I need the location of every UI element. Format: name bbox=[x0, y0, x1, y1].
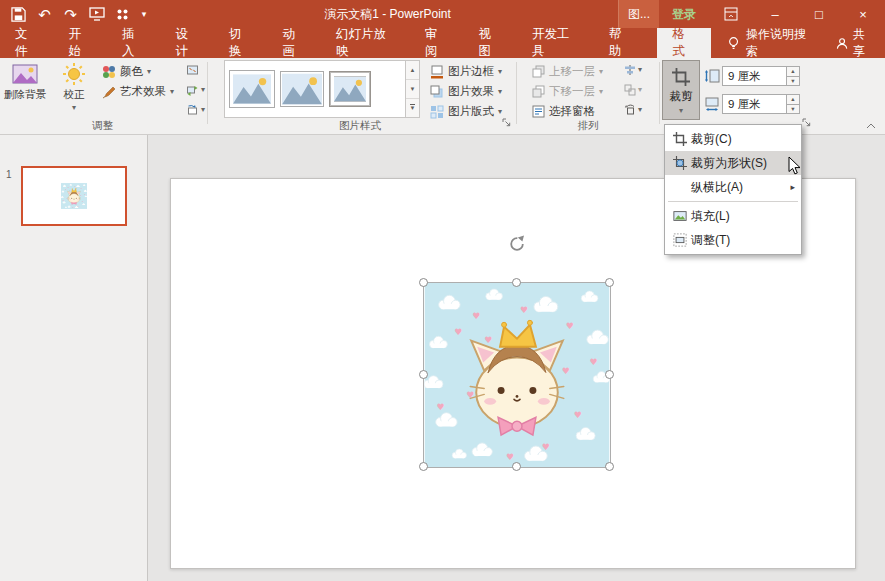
height-icon bbox=[704, 68, 720, 87]
tab-animations[interactable]: 动画 bbox=[268, 28, 322, 58]
gallery-more-button[interactable]: ▼ bbox=[406, 99, 419, 117]
picture-style-thumbnail-3[interactable] bbox=[329, 71, 371, 107]
reset-picture-icon bbox=[186, 104, 199, 116]
resize-handle-bottom-left[interactable] bbox=[419, 462, 428, 471]
menu-item-crop-to-shape[interactable]: 裁剪为形状(S) ▸ bbox=[665, 151, 801, 175]
resize-handle-bottom-right[interactable] bbox=[605, 462, 614, 471]
group-objects-button[interactable]: ▾ bbox=[624, 84, 642, 96]
corrections-button[interactable]: 校正 ▾ bbox=[52, 58, 96, 118]
mouse-cursor bbox=[788, 156, 801, 179]
tab-design[interactable]: 设计 bbox=[161, 28, 215, 58]
remove-background-button[interactable]: 删除背景 bbox=[2, 58, 48, 118]
customize-quick-access-button[interactable]: ▾ bbox=[136, 2, 152, 26]
change-picture-button[interactable]: ▾ bbox=[186, 84, 205, 96]
picture-layout-icon bbox=[430, 105, 444, 119]
change-picture-icon bbox=[186, 84, 199, 96]
remove-background-label: 删除背景 bbox=[4, 88, 46, 102]
touch-mode-button[interactable] bbox=[110, 2, 135, 26]
crop-dropdown-menu: 裁剪(C) 裁剪为形状(S) ▸ 纵横比(A) ▸ 填充(L) 调整(T) bbox=[664, 124, 802, 255]
caret-down-icon: ▾ bbox=[170, 88, 174, 96]
share-button[interactable]: 共享 bbox=[826, 28, 885, 58]
bring-forward-button[interactable]: 上移一层 ▾ bbox=[532, 62, 603, 81]
rotate-icon bbox=[508, 234, 526, 252]
menu-item-label: 填充(L) bbox=[691, 208, 730, 225]
picture-effects-button[interactable]: 图片效果 ▾ bbox=[430, 82, 502, 101]
picture-layout-label: 图片版式 bbox=[448, 104, 494, 119]
collapse-ribbon-button[interactable] bbox=[866, 118, 876, 132]
align-button[interactable]: ▾ bbox=[624, 64, 642, 76]
menu-item-fill[interactable]: 填充(L) bbox=[665, 204, 801, 228]
width-steppers: ▴ ▾ bbox=[786, 95, 799, 113]
resize-handle-middle-right[interactable] bbox=[605, 370, 614, 379]
height-step-down-button[interactable]: ▾ bbox=[787, 77, 799, 86]
tab-slideshow[interactable]: 幻灯片放映 bbox=[321, 28, 410, 58]
titlebar-right: 图... 登录 – □ × bbox=[618, 0, 885, 28]
tell-me-search[interactable]: 操作说明搜索 bbox=[715, 28, 826, 58]
height-steppers: ▴ ▾ bbox=[786, 67, 799, 85]
artistic-effects-button[interactable]: 艺术效果 ▾ bbox=[102, 82, 174, 101]
tab-file[interactable]: 文件 bbox=[0, 28, 54, 58]
menu-item-fit[interactable]: 调整(T) bbox=[665, 228, 801, 252]
tab-transitions[interactable]: 切换 bbox=[214, 28, 268, 58]
minimize-button[interactable]: – bbox=[753, 0, 797, 28]
resize-handle-top-center[interactable] bbox=[512, 278, 521, 287]
gallery-scroll-down-button[interactable]: ▼ bbox=[406, 80, 419, 99]
gallery-scroll-up-button[interactable]: ▲ bbox=[406, 61, 419, 80]
shape-width-value[interactable]: 9 厘米 bbox=[723, 95, 786, 113]
picture-style-thumbnail-1[interactable] bbox=[229, 70, 275, 108]
resize-handle-top-right[interactable] bbox=[605, 278, 614, 287]
color-button[interactable]: 颜色 ▾ bbox=[102, 62, 151, 81]
shape-height-spinner[interactable]: 9 厘米 ▴ ▾ bbox=[722, 66, 800, 86]
shape-height-value[interactable]: 9 厘米 bbox=[723, 67, 786, 85]
picture-border-button[interactable]: 图片边框 ▾ bbox=[430, 62, 502, 81]
touch-mode-icon bbox=[116, 8, 129, 21]
size-dialog-launcher[interactable] bbox=[802, 116, 811, 130]
save-button[interactable] bbox=[6, 2, 31, 26]
selected-picture[interactable] bbox=[424, 283, 610, 467]
sign-in-button[interactable]: 登录 bbox=[659, 6, 709, 23]
close-button[interactable]: × bbox=[841, 0, 885, 28]
contextual-tab-picture-tools[interactable]: 图... bbox=[618, 0, 659, 28]
group-label-adjust: 调整 bbox=[0, 119, 205, 133]
menu-item-crop[interactable]: 裁剪(C) bbox=[665, 127, 801, 151]
width-step-up-button[interactable]: ▴ bbox=[787, 95, 799, 105]
menu-item-aspect-ratio[interactable]: 纵横比(A) ▸ bbox=[665, 175, 801, 199]
ribbon-display-options-button[interactable] bbox=[709, 0, 753, 28]
tab-insert[interactable]: 插入 bbox=[107, 28, 161, 58]
corrections-label: 校正 bbox=[64, 88, 85, 102]
start-slideshow-button[interactable] bbox=[84, 2, 109, 26]
remove-background-icon bbox=[12, 62, 38, 86]
selection-pane-label: 选择窗格 bbox=[549, 104, 595, 119]
crop-button[interactable]: 裁剪 ▾ bbox=[662, 60, 700, 120]
send-backward-button[interactable]: 下移一层 ▾ bbox=[532, 82, 603, 101]
tab-help[interactable]: 帮助 bbox=[594, 28, 648, 58]
resize-handle-middle-left[interactable] bbox=[419, 370, 428, 379]
redo-button[interactable]: ↷ bbox=[58, 2, 83, 26]
artistic-effects-label: 艺术效果 bbox=[120, 84, 166, 99]
group-separator bbox=[207, 62, 208, 124]
tab-format[interactable]: 格式 bbox=[657, 28, 711, 58]
tab-view[interactable]: 视图 bbox=[463, 28, 517, 58]
width-step-down-button[interactable]: ▾ bbox=[787, 105, 799, 114]
height-step-up-button[interactable]: ▴ bbox=[787, 67, 799, 77]
resize-handle-top-left[interactable] bbox=[419, 278, 428, 287]
undo-button[interactable]: ↶ bbox=[32, 2, 57, 26]
crop-to-shape-icon bbox=[669, 156, 691, 170]
maximize-button[interactable]: □ bbox=[797, 0, 841, 28]
share-label: 共享 bbox=[853, 26, 875, 60]
tab-developer[interactable]: 开发工具 bbox=[517, 28, 594, 58]
reset-picture-button[interactable]: ▾ bbox=[186, 104, 205, 116]
slide-thumbnail-1[interactable] bbox=[21, 166, 127, 226]
shape-width-spinner[interactable]: 9 厘米 ▴ ▾ bbox=[722, 94, 800, 114]
send-backward-label: 下移一层 bbox=[549, 84, 595, 99]
menu-item-label: 裁剪(C) bbox=[691, 131, 732, 148]
tab-home[interactable]: 开始 bbox=[54, 28, 108, 58]
tab-review[interactable]: 审阅 bbox=[410, 28, 464, 58]
selection-pane-icon bbox=[532, 105, 545, 118]
picture-style-thumbnail-2[interactable] bbox=[280, 71, 324, 107]
rotate-objects-button[interactable]: ▾ bbox=[624, 104, 642, 116]
picture-effects-label: 图片效果 bbox=[448, 84, 494, 99]
compress-picture-button[interactable] bbox=[186, 64, 199, 76]
resize-handle-bottom-center[interactable] bbox=[512, 462, 521, 471]
rotation-handle[interactable] bbox=[508, 234, 526, 255]
